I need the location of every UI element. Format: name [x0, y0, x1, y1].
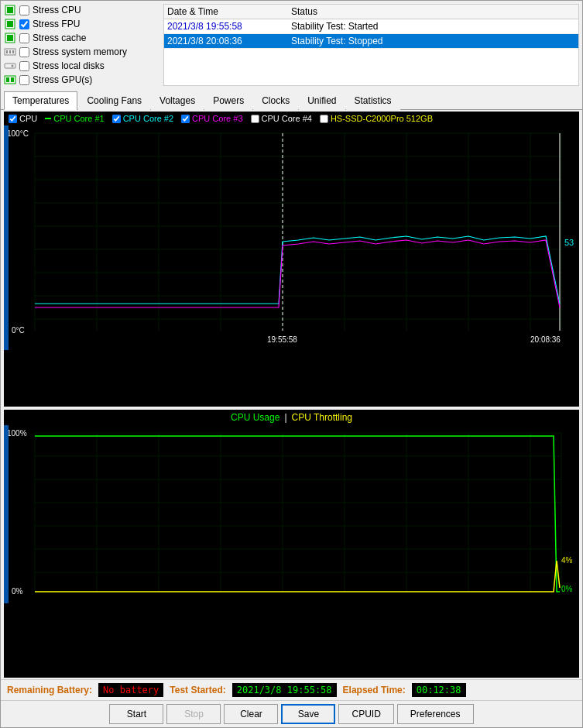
log-date-2: 2021/3/8 20:08:36 — [167, 36, 291, 46]
tab-clocks[interactable]: Clocks — [253, 91, 298, 110]
stress-item-fpu: Stress FPU — [4, 18, 159, 30]
tab-temperatures[interactable]: Temperatures — [4, 91, 77, 110]
svg-rect-14 — [11, 77, 14, 82]
cpuid-button[interactable]: CPUID — [338, 704, 393, 724]
legend-ssd: HS-SSD-C2000Pro 512GB — [320, 114, 433, 123]
fpu-icon — [4, 18, 16, 30]
stress-fpu-label: Stress FPU — [33, 19, 80, 29]
legend-core3-checkbox[interactable] — [181, 115, 190, 123]
usage-chart-container: CPU Usage | CPU Throttling — [4, 410, 579, 678]
stress-item-disks: Stress local disks — [4, 60, 159, 72]
svg-text:0%: 0% — [561, 585, 573, 593]
legend-core4: CPU Core #4 — [251, 114, 312, 123]
log-header: Date & Time Status — [164, 5, 578, 19]
remaining-battery-label: Remaining Battery: — [7, 685, 92, 695]
elapsed-time-value: 00:12:38 — [412, 683, 466, 697]
usage-chart-separator: | — [284, 412, 286, 423]
log-row-2[interactable]: 2021/3/8 20:08:36 Stability Test: Stoppe… — [164, 34, 578, 49]
stress-disks-label: Stress local disks — [33, 60, 105, 71]
stress-fpu-checkbox[interactable] — [19, 19, 29, 29]
svg-text:100%: 100% — [7, 429, 27, 438]
log-panel: Date & Time Status 2021/3/8 19:55:58 Sta… — [163, 4, 579, 86]
legend-core1-line — [45, 118, 51, 119]
legend-core4-checkbox[interactable] — [251, 115, 259, 123]
legend-core4-label: CPU Core #4 — [262, 114, 312, 123]
usage-chart-throttling-label: CPU Throttling — [292, 412, 352, 423]
legend-core2: CPU Core #2 — [112, 114, 173, 123]
legend-core3: CPU Core #3 — [181, 114, 242, 123]
legend-core3-label: CPU Core #3 — [192, 114, 242, 123]
elapsed-time-label: Elapsed Time: — [343, 685, 406, 695]
stress-item-cache: Stress cache — [4, 32, 159, 44]
svg-text:4%: 4% — [561, 556, 573, 565]
log-header-date: Date & Time — [167, 6, 291, 17]
svg-text:100°C: 100°C — [7, 129, 29, 138]
save-button[interactable]: Save — [281, 704, 335, 724]
tabs-bar: Temperatures Cooling Fans Voltages Power… — [1, 91, 582, 110]
log-status-1: Stability Test: Started — [291, 21, 575, 32]
svg-rect-9 — [12, 50, 14, 53]
legend-cpu-checkbox[interactable] — [9, 115, 17, 123]
test-started-label: Test Started: — [170, 685, 225, 695]
legend-cpu: CPU — [9, 114, 37, 123]
stop-button[interactable]: Stop — [166, 704, 221, 724]
log-header-status: Status — [291, 6, 575, 17]
tab-statistics[interactable]: Statistics — [346, 91, 400, 110]
tab-cooling-fans[interactable]: Cooling Fans — [78, 91, 150, 110]
temp-chart-legend: CPU CPU Core #1 CPU Core #2 CPU Core #3 … — [4, 112, 579, 125]
svg-text:0%: 0% — [12, 587, 23, 596]
svg-rect-3 — [7, 21, 13, 27]
preferences-button[interactable]: Preferences — [397, 704, 474, 724]
svg-text:53: 53 — [564, 238, 574, 247]
legend-core2-checkbox[interactable] — [112, 115, 121, 123]
svg-text:0°C: 0°C — [12, 326, 25, 335]
usage-chart-cpu-label: CPU Usage — [231, 412, 279, 423]
remaining-battery-value: No battery — [98, 683, 163, 697]
clear-button[interactable]: Clear — [224, 704, 278, 724]
start-button[interactable]: Start — [109, 704, 163, 724]
main-window: Stress CPU Stress FPU Stress cache — [0, 0, 583, 728]
svg-rect-13 — [6, 77, 9, 82]
stress-cache-label: Stress cache — [33, 33, 86, 43]
top-section: Stress CPU Stress FPU Stress cache — [1, 1, 582, 89]
stress-item-gpu: Stress GPU(s) — [4, 74, 159, 86]
usage-chart-svg: 100% 0% 4% 0% — [4, 425, 579, 603]
svg-rect-41 — [4, 125, 9, 350]
svg-text:20:08:36: 20:08:36 — [530, 335, 561, 344]
svg-point-11 — [12, 65, 14, 67]
tab-voltages[interactable]: Voltages — [151, 91, 204, 110]
stress-disks-checkbox[interactable] — [19, 61, 29, 71]
svg-rect-7 — [6, 50, 8, 53]
log-row-1[interactable]: 2021/3/8 19:55:58 Stability Test: Starte… — [164, 19, 578, 34]
svg-rect-64 — [4, 425, 9, 603]
stress-gpu-checkbox[interactable] — [19, 75, 29, 85]
stress-item-cpu: Stress CPU — [4, 4, 159, 16]
memory-icon — [4, 46, 16, 58]
svg-rect-1 — [7, 7, 13, 13]
legend-ssd-checkbox[interactable] — [320, 115, 328, 123]
stress-memory-checkbox[interactable] — [19, 47, 29, 57]
temp-chart-container: CPU CPU Core #1 CPU Core #2 CPU Core #3 … — [4, 112, 579, 407]
status-bar: Remaining Battery: No battery Test Start… — [1, 679, 582, 700]
legend-core1-label: CPU Core #1 — [53, 114, 104, 123]
log-status-2: Stability Test: Stopped — [291, 36, 575, 46]
test-started-value: 2021/3/8 19:55:58 — [232, 683, 337, 697]
charts-area: CPU CPU Core #1 CPU Core #2 CPU Core #3 … — [1, 110, 582, 679]
temp-chart-svg: 100°C 0°C 19:55:58 20:08:36 53 — [4, 125, 579, 350]
tab-unified[interactable]: Unified — [299, 91, 345, 110]
legend-core2-label: CPU Core #2 — [123, 114, 173, 123]
tab-powers[interactable]: Powers — [204, 91, 252, 110]
cache-icon — [4, 32, 16, 44]
button-bar: Start Stop Clear Save CPUID Preferences — [1, 700, 582, 727]
svg-rect-5 — [7, 35, 13, 41]
stress-cache-checkbox[interactable] — [19, 33, 29, 43]
legend-ssd-label: HS-SSD-C2000Pro 512GB — [331, 114, 433, 123]
svg-text:19:55:58: 19:55:58 — [267, 335, 297, 344]
stress-cpu-checkbox[interactable] — [19, 5, 29, 15]
svg-rect-10 — [5, 64, 15, 68]
gpu-icon — [4, 74, 16, 86]
svg-rect-8 — [9, 50, 11, 53]
stress-memory-label: Stress system memory — [33, 46, 127, 57]
cpu-icon — [4, 4, 16, 16]
log-date-1: 2021/3/8 19:55:58 — [167, 21, 291, 32]
